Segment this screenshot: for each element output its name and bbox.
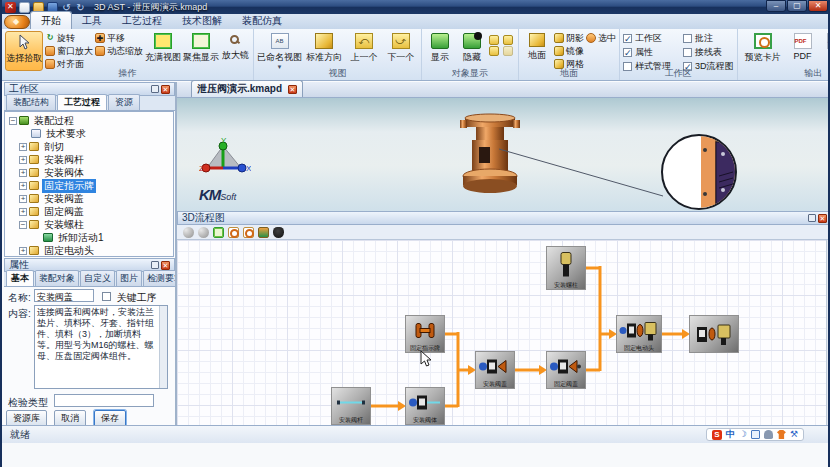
next-view-button[interactable]: ⤻ 下一个 [383,31,418,71]
display-toggle-2-icon[interactable] [503,35,513,45]
fullwidth-moon-icon[interactable]: ☽ [739,429,747,440]
previous-view-button[interactable]: ⤺ 上一个 [347,31,382,71]
tab-home[interactable]: 开始 [30,11,72,29]
flow-node-install-bonnet[interactable]: 安装阀盖 [476,352,514,388]
close-panel-icon[interactable]: ✕ [161,85,170,94]
name-input[interactable]: 安装阀盖 [34,289,94,302]
tab-process[interactable]: 工艺过程 [112,12,172,29]
flow-node-fix-indicator-plate[interactable]: 固定指示牌 [406,316,444,352]
expand-icon[interactable]: + [19,182,27,190]
expand-icon[interactable]: + [19,143,27,151]
sogou-icon[interactable]: S [712,430,722,440]
shadow-button[interactable]: 阴影 [554,32,584,44]
flowchart-scrollbar[interactable] [826,240,830,425]
user-icon[interactable] [764,430,773,439]
expand-icon[interactable]: + [19,195,27,203]
checkbox-wiring-table[interactable]: 接线表 [683,46,734,59]
document-tab[interactable]: 泄压阀演示.kmapd ✕ [191,80,303,97]
minimize-button[interactable]: – [766,0,786,12]
pin-icon[interactable] [151,261,159,269]
tree-root[interactable]: − 装配过程 [5,114,173,127]
collapse-icon[interactable]: − [19,221,27,229]
restore-panel-icon[interactable] [808,214,816,222]
tree-item-section-cut[interactable]: + 剖切 [5,140,173,153]
display-toggle-4-icon[interactable] [503,46,513,56]
expand-icon[interactable]: + [19,169,27,177]
flow-node-install-stem[interactable]: 安装阀杆 [332,388,370,424]
tab-image[interactable]: 图片 [116,270,142,286]
tab-assembly-simulation[interactable]: 装配仿真 [232,12,292,29]
close-panel-icon[interactable]: ✕ [161,261,170,270]
magnifier-button[interactable]: 放大镜 [221,31,250,71]
next-snapshot-icon[interactable] [198,227,209,238]
expand-icon[interactable]: + [19,156,27,164]
flow-node-install-body[interactable]: 安装阀体 [406,388,444,424]
skin-shirt-icon[interactable] [777,430,786,439]
close-button[interactable]: ✕ [808,0,828,12]
chinese-mode-icon[interactable]: 中 [726,429,735,440]
viewport-3d[interactable]: Y Z X KMSoft [177,98,830,211]
collapse-icon[interactable]: − [9,117,17,125]
redo-icon[interactable]: ↻ [75,2,86,13]
checkbox-properties[interactable]: 属性 [623,46,681,59]
pan-hand-icon[interactable] [273,227,284,238]
tab-process-tree[interactable]: 工艺过程 [57,94,107,110]
wrench-icon[interactable]: ⚒ [790,429,798,440]
tree-item-install-body[interactable]: + 安装阀体 [5,166,173,179]
tab-tech-illustration[interactable]: 技术图解 [172,12,232,29]
flow-node-fix-bonnet[interactable]: 固定阀盖 [547,352,585,388]
ground-button[interactable]: 地面 [522,31,552,71]
zoom-window-icon[interactable] [243,227,254,238]
new-document-icon[interactable] [19,2,30,13]
select-pick-button[interactable]: 选择拾取 [5,31,43,71]
tree-item-install-bonnet[interactable]: + 安装阀盖 [5,192,173,205]
display-toggle-3-icon[interactable] [489,46,499,56]
tree-item-fix-actuator-head[interactable]: + 固定电动头 [5,244,173,257]
close-panel-icon[interactable]: ✕ [818,214,827,223]
content-textarea[interactable]: 连接阀盖和阀体时，安装法兰垫片、填料环、牙套、指针组件、填料（3），加断填料等。… [34,305,168,389]
key-process-checkbox[interactable]: 关键工序 [102,291,157,305]
selected-button[interactable]: 选中 [586,32,616,44]
tree-item-install-studs[interactable]: − 安装螺柱 [5,218,173,231]
focus-display-button[interactable]: 聚焦显示 [183,31,219,71]
expand-icon[interactable]: + [19,208,27,216]
keyboard-icon[interactable] [751,430,760,439]
pin-icon[interactable] [151,85,159,93]
tree-item-fix-indicator-plate[interactable]: + 固定指示牌 [5,179,173,192]
tree-item-fix-bonnet[interactable]: + 固定阀盖 [5,205,173,218]
flow-node-final-assembly[interactable] [690,316,738,352]
tab-assembly-structure[interactable]: 装配结构 [6,94,56,110]
scrollbar[interactable] [159,306,167,388]
preview-card-button[interactable]: 预览卡片 [741,31,785,71]
tab-custom[interactable]: 自定义 [80,270,115,286]
zoom-in-icon[interactable] [228,227,239,238]
window-zoom-button[interactable]: 窗口放大 [45,45,93,57]
expand-icon[interactable]: + [19,247,27,255]
flow-node-install-studs[interactable]: 安装螺柱 [547,247,585,289]
display-toggle-1-icon[interactable] [489,35,499,45]
snapshot-icon[interactable] [258,227,269,238]
pdf-export-button[interactable]: PDF PDF [787,31,819,71]
named-views-button[interactable]: AB 已命名视图 ▼ [257,31,302,71]
rotate-button[interactable]: ↻旋转 [45,32,93,44]
fit-flowchart-icon[interactable] [213,227,224,238]
mirror-button[interactable]: 镜像 [554,45,584,57]
standard-orientation-button[interactable]: 标准方向 [304,31,345,71]
tab-tools[interactable]: 工具 [72,12,112,29]
avi-export-button[interactable]: AVI AVI [821,31,830,71]
maximize-button[interactable]: ▢ [787,0,807,12]
tab-assembly-object[interactable]: 装配对象 [35,270,79,286]
ime-toolbar[interactable]: S 中 ☽ ⚒ [706,428,804,441]
fit-view-button[interactable]: 充满视图 [145,31,181,71]
tab-resources[interactable]: 资源 [108,94,140,110]
tab-basic[interactable]: 基本 [6,270,34,286]
pan-button[interactable]: ✚平移 [95,32,143,44]
prev-snapshot-icon[interactable] [183,227,194,238]
show-button[interactable]: 显示 [425,31,455,71]
application-button[interactable] [4,15,30,29]
hide-button[interactable]: 隐藏 [457,31,487,71]
checkbox-annotation[interactable]: 批注 [683,32,734,45]
tree-item-tech-requirements[interactable]: 技术要求 [5,127,173,140]
tree-item-disassembly-activity[interactable]: 拆卸活动1 [5,231,173,244]
tree-item-install-stem[interactable]: + 安装阀杆 [5,153,173,166]
